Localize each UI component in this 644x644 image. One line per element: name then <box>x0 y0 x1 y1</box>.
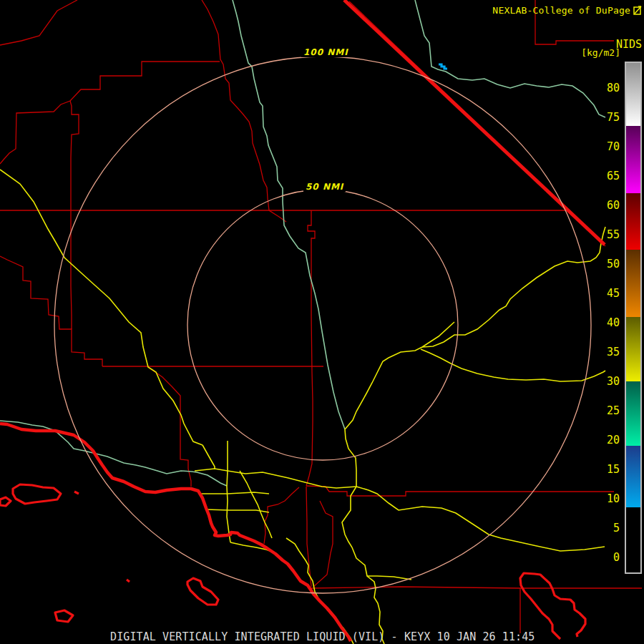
colorbar-tick: 15 <box>585 463 620 476</box>
coastline <box>0 424 351 641</box>
islands <box>0 484 585 639</box>
highways <box>0 170 605 644</box>
colorbar-tick: 50 <box>585 258 620 270</box>
colorbar-tick: 40 <box>585 316 620 329</box>
colorbar-tick: 80 <box>585 82 620 94</box>
range-ring-inner-label: 50 NMI <box>303 182 346 192</box>
colorbar-tick: 65 <box>585 170 620 182</box>
range-ring-outer <box>54 57 591 593</box>
colorbar-tick: 30 <box>585 375 620 388</box>
state-border-line <box>344 0 605 245</box>
colorbar-tick: 70 <box>585 140 620 153</box>
colorbar-tick: 60 <box>585 199 620 212</box>
colorbar-tick: 20 <box>585 434 620 447</box>
range-ring-outer-label: 100 NMI <box>301 47 351 57</box>
range-ring-inner <box>187 190 458 460</box>
product-title: DIGITAL VERTICALLY INTEGRATED LIQUID (VI… <box>110 630 535 643</box>
colorbar-scale <box>625 62 642 574</box>
colorbar-tick: 25 <box>585 404 620 417</box>
colorbar-tick: 0 <box>585 551 620 564</box>
vil-echo <box>439 64 447 69</box>
colorbar-tick: 75 <box>585 111 620 124</box>
credit-label: NEXLAB-College of DuPage <box>492 5 630 16</box>
colorbar-tick: 55 <box>585 228 620 241</box>
rivers <box>0 0 605 486</box>
credit-text: NEXLAB-College of DuPage <box>492 5 642 16</box>
map-layers <box>0 0 644 644</box>
colorbar-tick: 45 <box>585 287 620 300</box>
colorbar-tick: 35 <box>585 346 620 358</box>
colorbar-units: [kg/m2] <box>581 47 620 58</box>
radar-display: NEXLAB-College of DuPage NIDS [kg/m2] 80… <box>0 0 644 644</box>
county-borders <box>0 0 642 633</box>
colorbar-tick: 5 <box>585 522 620 535</box>
box-slash-icon <box>633 6 642 15</box>
colorbar-tick: 10 <box>585 492 620 505</box>
